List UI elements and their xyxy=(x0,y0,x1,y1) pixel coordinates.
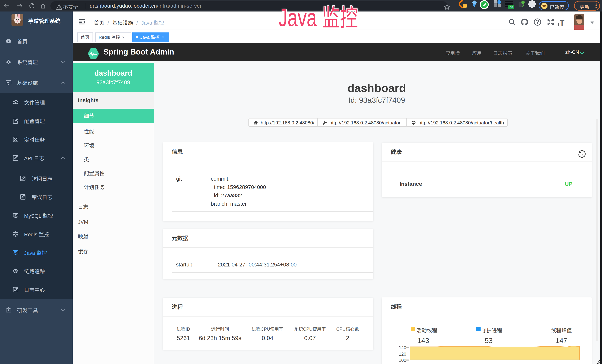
svg-text:100: 100 xyxy=(399,358,406,363)
svg-text:1: 1 xyxy=(464,4,465,8)
svg-text:120: 120 xyxy=(399,352,406,357)
svg-text:on: on xyxy=(509,6,513,9)
svg-text:140: 140 xyxy=(399,345,406,350)
